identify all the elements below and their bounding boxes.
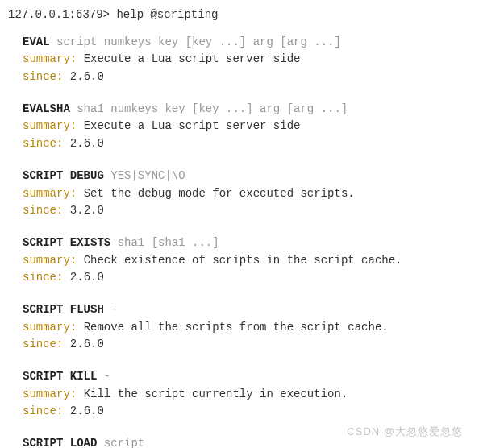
since-label: since: — [23, 404, 63, 417]
command-name: EVALSHA — [23, 102, 70, 115]
command-summary-line: summary: Set the debug mode for executed… — [23, 185, 471, 203]
since-value: 2.6.0 — [70, 338, 104, 351]
summary-label: summary: — [23, 119, 77, 132]
command-name: SCRIPT EXISTS — [23, 236, 110, 249]
since-value: 2.6.0 — [70, 70, 104, 83]
summary-value: Set the debug mode for executed scripts. — [84, 187, 355, 200]
command-name: EVAL — [23, 35, 50, 48]
summary-label: summary: — [23, 254, 77, 267]
command-since-line: since: 2.6.0 — [23, 68, 471, 86]
command-since-line: since: 2.6.0 — [23, 135, 471, 153]
command-header: SCRIPT FLUSH - — [23, 301, 471, 319]
command-header: SCRIPT LOAD script — [23, 435, 471, 448]
command-block: SCRIPT LOAD scriptsummary: Load the spec… — [23, 435, 471, 448]
prompt-prefix: 127.0.0.1:6379> — [8, 8, 110, 21]
command-summary-line: summary: Execute a Lua script server sid… — [23, 118, 471, 135]
since-label: since: — [23, 204, 63, 217]
summary-label: summary: — [23, 321, 77, 334]
command-header: SCRIPT DEBUG YES|SYNC|NO — [23, 168, 471, 185]
command-block: SCRIPT DEBUG YES|SYNC|NOsummary: Set the… — [23, 168, 471, 220]
since-value: 2.6.0 — [70, 271, 104, 284]
since-label: since: — [23, 271, 63, 284]
command-args: YES|SYNC|NO — [110, 169, 185, 182]
summary-value: Kill the script currently in execution. — [84, 388, 348, 400]
summary-label: summary: — [23, 52, 77, 65]
summary-label: summary: — [23, 187, 77, 200]
command-block: EVALSHA sha1 numkeys key [key ...] arg [… — [23, 101, 471, 153]
command-block: SCRIPT EXISTS sha1 [sha1 ...]summary: Ch… — [23, 234, 471, 287]
commands-list: EVAL script numkeys key [key ...] arg [a… — [8, 34, 471, 448]
command-header: SCRIPT EXISTS sha1 [sha1 ...] — [23, 234, 471, 252]
command-block: EVAL script numkeys key [key ...] arg [a… — [23, 34, 471, 86]
command-block: SCRIPT KILL -summary: Kill the script cu… — [23, 368, 471, 421]
command-since-line: since: 2.6.0 — [23, 336, 471, 354]
summary-value: Remove all the scripts from the script c… — [84, 321, 389, 334]
command-header: EVAL script numkeys key [key ...] arg [a… — [23, 34, 471, 52]
command-args: script — [104, 437, 144, 448]
command-args: script numkeys key [key ...] arg [arg ..… — [56, 35, 341, 48]
command-header: EVALSHA sha1 numkeys key [key ...] arg [… — [23, 101, 471, 118]
command-summary-line: summary: Check existence of scripts in t… — [23, 252, 471, 270]
command-args: sha1 numkeys key [key ...] arg [arg ...] — [77, 102, 348, 115]
summary-value: Execute a Lua script server side — [84, 119, 301, 132]
command-since-line: since: 3.2.0 — [23, 202, 471, 220]
command-name: SCRIPT KILL — [23, 370, 97, 383]
command-block: SCRIPT FLUSH -summary: Remove all the sc… — [23, 301, 471, 354]
command-name: SCRIPT LOAD — [23, 437, 97, 448]
summary-value: Check existence of scripts in the script… — [84, 254, 402, 267]
command-summary-line: summary: Execute a Lua script server sid… — [23, 51, 471, 68]
since-value: 2.6.0 — [70, 404, 104, 417]
command-header: SCRIPT KILL - — [23, 368, 471, 386]
command-name: SCRIPT DEBUG — [23, 169, 104, 182]
since-value: 2.6.0 — [70, 137, 104, 150]
prompt-line[interactable]: 127.0.0.1:6379> help @scripting — [8, 6, 471, 24]
since-label: since: — [23, 70, 63, 83]
command-since-line: since: 2.6.0 — [23, 269, 471, 287]
since-value: 3.2.0 — [70, 204, 104, 217]
command-since-line: since: 2.6.0 — [23, 403, 471, 421]
summary-label: summary: — [23, 388, 77, 400]
command-name: SCRIPT FLUSH — [23, 303, 104, 316]
command-summary-line: summary: Kill the script currently in ex… — [23, 386, 471, 404]
since-label: since: — [23, 137, 63, 150]
command-args: - — [104, 370, 110, 383]
since-label: since: — [23, 338, 63, 351]
summary-value: Execute a Lua script server side — [84, 52, 301, 65]
command-args: - — [110, 303, 117, 316]
command-args: sha1 [sha1 ...] — [118, 236, 219, 249]
command-summary-line: summary: Remove all the scripts from the… — [23, 319, 471, 337]
prompt-command: help @scripting — [116, 8, 218, 21]
